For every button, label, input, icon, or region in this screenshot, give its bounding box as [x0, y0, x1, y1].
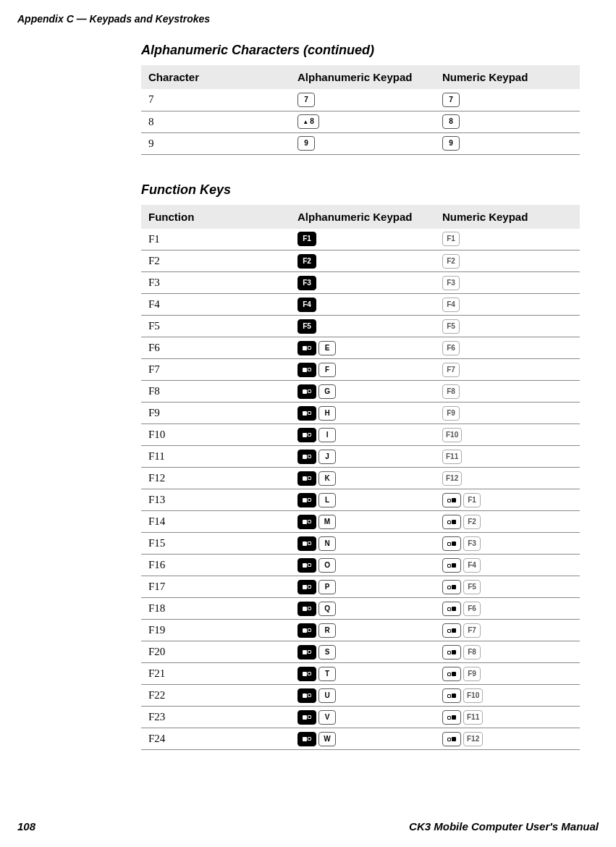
alpha-keypad-cell: N — [290, 533, 435, 555]
table-row: F9HF9 — [141, 403, 580, 424]
page-footer: 108 CK3 Mobile Computer User's Manual — [17, 820, 599, 833]
key-icon: F3 — [442, 276, 460, 290]
numeric-modifier-key-icon — [442, 602, 461, 616]
key-icon: F11 — [463, 710, 483, 725]
table-row: F10IF10 — [141, 424, 580, 446]
table-row: F8GF8 — [141, 381, 580, 403]
table-row: F15NF3 — [141, 533, 580, 555]
modifier-key-icon — [298, 363, 316, 377]
numeric-modifier-key-icon — [442, 515, 461, 529]
key-icon: F10 — [463, 688, 483, 703]
numeric-keypad-cell: F11 — [435, 446, 580, 468]
modifier-key-icon — [298, 515, 316, 529]
alphanumeric-section-title: Alphanumeric Characters (continued) — [141, 43, 580, 58]
modifier-key-icon — [298, 667, 316, 681]
key-icon: F8 — [442, 384, 460, 399]
table-row: F17PF5 — [141, 576, 580, 598]
modifier-key-icon — [298, 732, 316, 746]
row-label: F1 — [141, 229, 290, 250]
numeric-keypad-cell: F10 — [435, 424, 580, 446]
row-label: F2 — [141, 250, 290, 272]
row-label: F15 — [141, 533, 290, 555]
col-character: Character — [141, 65, 290, 89]
key-icon: W — [318, 732, 336, 746]
table-row: F19RF7 — [141, 620, 580, 641]
modifier-key-icon — [298, 471, 316, 486]
col-alpha-keypad: Alphanumeric Keypad — [290, 65, 435, 89]
row-label: F14 — [141, 511, 290, 533]
numeric-modifier-key-icon — [442, 536, 461, 551]
key-icon: F5 — [442, 319, 460, 334]
row-label: F8 — [141, 381, 290, 403]
key-icon: U — [318, 688, 336, 703]
row-label: 8 — [141, 111, 290, 132]
key-icon: F9 — [463, 667, 481, 681]
modifier-key-icon — [298, 710, 316, 725]
numeric-modifier-key-icon — [442, 558, 461, 573]
row-label: F12 — [141, 468, 290, 489]
table-row: 888 — [141, 111, 580, 132]
alpha-keypad-cell: F3 — [290, 272, 435, 294]
alpha-keypad-cell: Q — [290, 598, 435, 620]
table-row: F4F4F4 — [141, 294, 580, 316]
key-icon: F7 — [442, 363, 460, 377]
numeric-modifier-key-icon — [442, 580, 461, 594]
row-label: F11 — [141, 446, 290, 468]
alpha-keypad-cell: 8 — [290, 111, 435, 132]
key-icon: 9 — [442, 136, 460, 151]
modifier-key-icon — [298, 645, 316, 660]
key-icon: J — [318, 450, 336, 464]
modifier-key-icon — [298, 493, 316, 507]
key-icon: F3 — [463, 536, 481, 551]
numeric-keypad-cell: F1 — [435, 489, 580, 511]
alpha-keypad-cell: 7 — [290, 89, 435, 111]
key-icon: F10 — [442, 428, 462, 442]
modifier-key-icon — [298, 536, 316, 551]
alpha-keypad-cell: S — [290, 641, 435, 663]
table-row: F12KF12 — [141, 468, 580, 489]
numeric-keypad-cell: F9 — [435, 403, 580, 424]
key-icon: P — [318, 580, 336, 594]
key-icon: F2 — [463, 515, 481, 529]
key-icon: F12 — [463, 732, 483, 746]
key-icon: F4 — [442, 298, 460, 312]
row-label: F22 — [141, 685, 290, 707]
key-icon: F9 — [442, 406, 460, 421]
alpha-keypad-cell: W — [290, 728, 435, 750]
shift-key-icon: 8 — [298, 114, 319, 129]
key-icon: E — [318, 341, 336, 355]
row-label: F3 — [141, 272, 290, 294]
key-icon: F2 — [442, 254, 460, 269]
numeric-keypad-cell: F6 — [435, 598, 580, 620]
table-row: F6EF6 — [141, 337, 580, 359]
key-icon: 8 — [442, 114, 460, 129]
key-icon: L — [318, 493, 336, 507]
key-icon: F5 — [463, 580, 481, 594]
key-icon: Q — [318, 602, 336, 616]
key-icon: F12 — [442, 471, 462, 486]
page-header: Appendix C — Keypads and Keystrokes — [0, 0, 616, 25]
alpha-keypad-cell: F2 — [290, 250, 435, 272]
numeric-keypad-cell: F1 — [435, 229, 580, 250]
numeric-keypad-cell: F9 — [435, 663, 580, 685]
modifier-key-icon — [298, 450, 316, 464]
table-row: F11JF11 — [141, 446, 580, 468]
alpha-keypad-cell: F — [290, 359, 435, 381]
key-icon: R — [318, 623, 336, 638]
numeric-keypad-cell: F10 — [435, 685, 580, 707]
row-label: F21 — [141, 663, 290, 685]
numeric-keypad-cell: F8 — [435, 641, 580, 663]
content-area: Alphanumeric Characters (continued) Char… — [0, 43, 616, 750]
alpha-keypad-cell: E — [290, 337, 435, 359]
row-label: F20 — [141, 641, 290, 663]
key-icon: F1 — [463, 493, 481, 507]
alpha-keypad-cell: J — [290, 446, 435, 468]
row-label: F7 — [141, 359, 290, 381]
key-icon: F8 — [463, 645, 481, 660]
modifier-key-icon — [298, 558, 316, 573]
key-icon: V — [318, 710, 336, 725]
modifier-key-icon — [298, 580, 316, 594]
modifier-key-icon — [298, 688, 316, 703]
function-key-icon: F4 — [298, 298, 316, 312]
numeric-keypad-cell: F6 — [435, 337, 580, 359]
